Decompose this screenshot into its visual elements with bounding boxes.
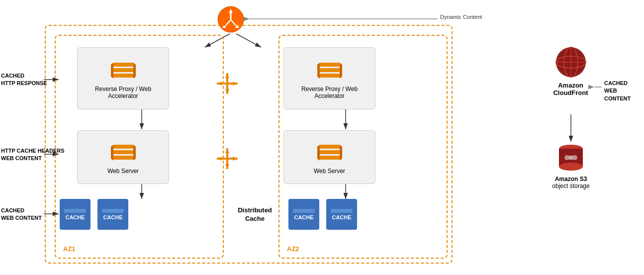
svg-rect-53	[217, 158, 238, 160]
svg-marker-46	[317, 145, 320, 161]
svg-rect-27	[320, 63, 340, 67]
az1-cache-1: CACHE	[60, 199, 91, 230]
az2-cache-1: CACHE	[288, 199, 319, 230]
cloudfront-label: AmazonCloudFront	[545, 82, 597, 96]
az2-web-server-label: Web Server	[314, 168, 345, 175]
az2-cache-2: CACHE	[326, 199, 357, 230]
svg-rect-24	[113, 74, 133, 78]
svg-rect-22	[113, 63, 133, 67]
svg-marker-41	[111, 145, 113, 161]
svg-rect-44	[320, 150, 340, 154]
az1-reverse-proxy-label: Reverse Proxy / Web Accelerator	[82, 86, 165, 99]
az2-reverse-proxy-label: Reverse Proxy / Web Accelerator	[288, 86, 371, 99]
az1-reverse-proxy-box: Reverse Proxy / Web Accelerator	[77, 47, 169, 109]
expand-icon-top	[216, 72, 239, 96]
cloudfront-section: AmazonCloudFront	[545, 45, 597, 96]
svg-marker-47	[340, 145, 342, 161]
svg-marker-31	[340, 63, 342, 79]
cached-http-response-label: CACHEDHTTP RESPONSE	[1, 72, 47, 88]
s3-section: Amazon S3object storage	[546, 142, 596, 189]
svg-marker-42	[133, 145, 136, 161]
distributed-cache-label: Distributed Cache	[234, 206, 276, 223]
s3-label: Amazon S3object storage	[546, 176, 596, 189]
svg-marker-25	[111, 63, 113, 79]
az1-label: AZ1	[63, 245, 76, 253]
expand-icon-bottom	[216, 147, 239, 172]
dynamic-content-label: Dynamic Content	[440, 14, 482, 20]
az2-label: AZ2	[287, 245, 299, 253]
az1-web-server-box: Web Server	[77, 130, 169, 184]
svg-point-62	[559, 163, 583, 171]
svg-rect-65	[569, 156, 573, 160]
az2-reverse-proxy-box: Reverse Proxy / Web Accelerator	[283, 47, 375, 109]
diagram-container: Dynamic Content AZ1 AZ2 Reverse Proxy / …	[0, 0, 644, 275]
cached-web-content-right-label: CACHEDWEB CONTENT	[604, 80, 644, 102]
svg-rect-29	[320, 74, 340, 78]
svg-rect-45	[320, 156, 340, 160]
svg-rect-28	[320, 68, 340, 72]
svg-rect-39	[113, 150, 133, 154]
svg-rect-40	[113, 156, 133, 160]
svg-point-64	[572, 155, 577, 160]
az1-cache-2: CACHE	[97, 199, 128, 230]
svg-rect-37	[217, 83, 238, 85]
cached-web-content-left-label: CACHEDWEB CONTENT	[1, 207, 42, 222]
az1-cache-row: CACHE CACHE	[60, 199, 128, 230]
svg-rect-38	[113, 145, 133, 149]
http-cache-headers-label: HTTP CACHE HEADERSWEB CONTENT	[1, 147, 65, 163]
az2-web-server-box: Web Server	[283, 130, 375, 184]
svg-rect-43	[320, 145, 340, 149]
svg-marker-26	[133, 63, 136, 79]
az2-cache-row: CACHE CACHE	[288, 199, 357, 230]
svg-point-63	[564, 155, 569, 160]
svg-marker-30	[317, 63, 320, 79]
az1-web-server-label: Web Server	[107, 168, 139, 175]
svg-rect-23	[113, 68, 133, 72]
